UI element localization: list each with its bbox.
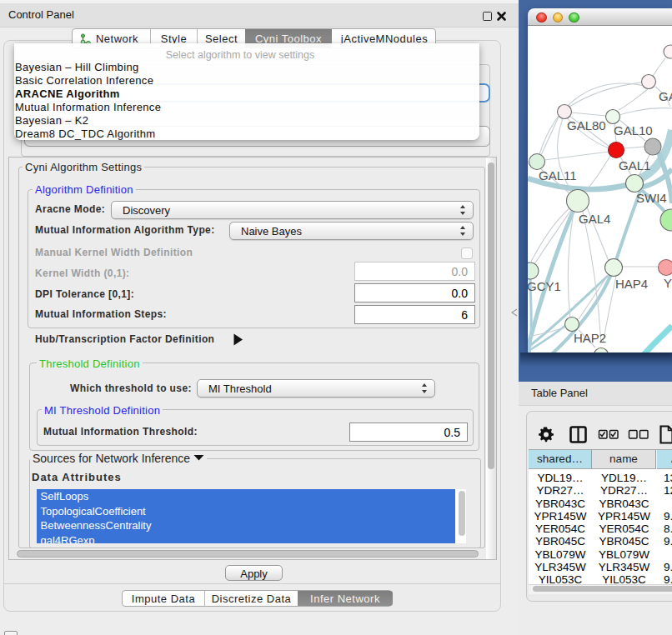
svg-text:SWI4: SWI4 — [636, 191, 667, 205]
svg-text:GAL10: GAL10 — [614, 123, 653, 138]
svg-text:GAL80: GAL80 — [567, 118, 606, 132]
svg-text:GAL11: GAL11 — [539, 168, 577, 182]
svg-text:Y: Y — [664, 276, 672, 290]
svg-text:GCY1: GCY1 — [528, 279, 561, 293]
svg-text:GAL4: GAL4 — [579, 212, 610, 226]
svg-text:GAL7: GAL7 — [659, 89, 672, 103]
svg-text:HAP4: HAP4 — [615, 277, 648, 291]
svg-text:GAL1: GAL1 — [619, 158, 650, 172]
svg-text:HAP2: HAP2 — [574, 331, 606, 345]
